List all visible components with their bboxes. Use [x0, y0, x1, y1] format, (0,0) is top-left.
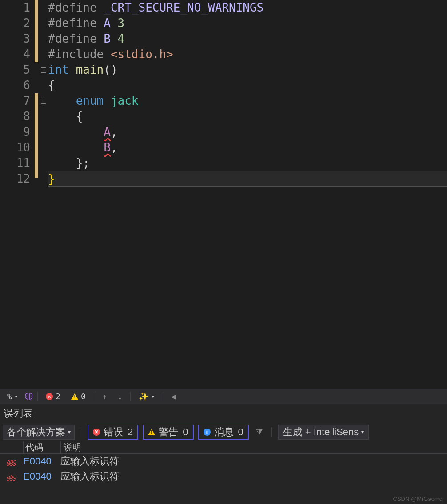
line-number: 10 [0, 140, 35, 155]
errors-toggle[interactable]: ✕ 错误 2 [88, 425, 138, 440]
scroll-left-button[interactable]: ◀ [167, 389, 180, 404]
arrow-up-icon: ↑ [102, 392, 107, 401]
line-number: 8 [0, 109, 35, 124]
code-line[interactable]: }; [48, 155, 447, 171]
line-number: 2 [0, 16, 35, 31]
warning-icon [148, 429, 155, 435]
line-number: 1 [0, 0, 35, 16]
line-number-gutter: 1 2 3 4 5 6 7 8 9 10 11 12 [0, 0, 35, 389]
separator [163, 392, 163, 401]
warnings-toggle[interactable]: 警告 0 [143, 425, 193, 440]
code-line[interactable]: int main() [48, 62, 447, 78]
line-number: 12 [0, 171, 35, 187]
arrow-down-icon: ↓ [118, 392, 123, 401]
magic-wand-icon: ✨ [139, 392, 148, 401]
code-line[interactable]: A, [48, 124, 447, 140]
code-line[interactable]: B, [48, 140, 447, 155]
line-number: 4 [0, 47, 35, 62]
code-line[interactable]: #define _CRT_SECURE_NO_WARNINGS [48, 0, 447, 16]
zoom-level[interactable]: % ▾ [3, 389, 22, 404]
nav-prev-button[interactable]: ↑ [98, 389, 112, 404]
separator [271, 427, 272, 437]
modified-marker [35, 0, 38, 62]
error-icon: ✕ [93, 429, 100, 436]
error-table-header: 代码 说明 [0, 441, 447, 454]
error-count[interactable]: ✕ 2 [41, 389, 65, 404]
error-row[interactable]: abc E0040 应输入标识符 [0, 469, 447, 484]
triangle-left-icon: ◀ [171, 392, 176, 401]
filter-icon[interactable]: ⧩ [253, 428, 265, 437]
fold-toggle-icon[interactable]: − [41, 99, 46, 104]
warning-count[interactable]: 0 [67, 389, 90, 404]
error-table: 代码 说明 abc E0040 应输入标识符 abc E0040 应输入标识符 [0, 441, 447, 484]
line-number: 11 [0, 155, 35, 171]
panel-title: 误列表 [0, 404, 447, 423]
chevron-down-icon: ▾ [15, 393, 18, 400]
warning-icon [71, 393, 78, 400]
watermark: CSDN @MrGaomq [393, 496, 443, 502]
messages-toggle[interactable]: i 消息 0 [198, 425, 249, 440]
code-line[interactable]: } [48, 171, 447, 187]
code-line[interactable]: #include <stdio.h> [48, 47, 447, 62]
code-line[interactable]: { [48, 78, 447, 93]
error-list-toolbar: 各个解决方案 ▾ ✕ 错误 2 警告 0 i 消息 0 ⧩ 生成 + Intel… [0, 423, 447, 441]
intellisense-error-icon: abc [7, 458, 16, 465]
line-number: 5 [0, 62, 35, 78]
intellicode-icon[interactable] [24, 392, 34, 401]
code-area[interactable]: #define _CRT_SECURE_NO_WARNINGS #define … [48, 0, 447, 187]
line-number: 7 [0, 93, 35, 109]
modified-marker [35, 93, 38, 178]
separator [94, 392, 94, 401]
line-number: 6 [0, 78, 35, 93]
code-line[interactable]: #define A 3 [48, 16, 447, 31]
intellisense-error-icon: abc [7, 473, 16, 480]
column-header-code[interactable]: 代码 [23, 441, 60, 453]
separator [130, 392, 131, 401]
fold-toggle-icon[interactable]: − [41, 67, 46, 73]
info-icon: i [204, 429, 211, 436]
chevron-down-icon: ▾ [361, 429, 364, 435]
modification-indicator-bar [35, 0, 41, 389]
line-number: 9 [0, 124, 35, 140]
error-list-panel: 误列表 各个解决方案 ▾ ✕ 错误 2 警告 0 i 消息 0 ⧩ 生成 + I… [0, 404, 447, 504]
separator [37, 392, 38, 401]
chevron-down-icon: ▾ [68, 429, 71, 435]
code-line[interactable]: #define B 4 [48, 31, 447, 47]
error-source-dropdown[interactable]: 生成 + IntelliSens ▾ [278, 425, 369, 440]
nav-next-button[interactable]: ↓ [113, 389, 127, 404]
wand-button[interactable]: ✨▾ [134, 389, 159, 404]
error-row[interactable]: abc E0040 应输入标识符 [0, 454, 447, 469]
separator [81, 427, 81, 437]
code-line[interactable]: enum jack [48, 93, 447, 109]
chevron-down-icon: ▾ [151, 393, 154, 400]
column-header-desc[interactable]: 说明 [60, 441, 447, 453]
code-fold-column: − − [41, 0, 48, 389]
code-editor[interactable]: 1 2 3 4 5 6 7 8 9 10 11 12 − − #define _… [0, 0, 447, 389]
line-number: 3 [0, 31, 35, 47]
status-bar: % ▾ ✕ 2 0 ↑ ↓ ✨▾ ◀ [0, 389, 447, 404]
error-icon: ✕ [46, 393, 53, 400]
scope-dropdown[interactable]: 各个解决方案 ▾ [3, 425, 75, 440]
code-line[interactable]: { [48, 109, 447, 124]
